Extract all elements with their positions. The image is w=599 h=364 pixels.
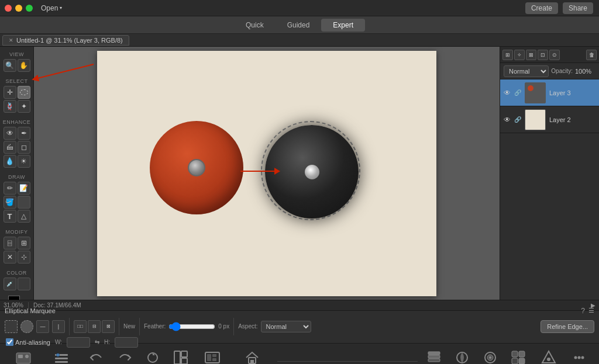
undo-button[interactable]: Undo: [82, 346, 111, 365]
home-screen-button[interactable]: Home Screen: [230, 346, 275, 365]
svg-point-24: [489, 356, 491, 359]
open-label: Open: [41, 4, 58, 12]
pencil-tool[interactable]: 📝: [18, 182, 30, 195]
tab-bar: ✕ Untitled-1 @ 31.1% (Layer 3, RGB/8): [0, 34, 599, 47]
width-label: W:: [55, 339, 62, 345]
text-tool[interactable]: T: [4, 210, 16, 223]
intersect-btn[interactable]: ⊠: [102, 320, 115, 333]
new-selection-btn[interactable]: [5, 320, 18, 333]
eraser-tool[interactable]: ◻: [18, 141, 30, 154]
antialiasing-checkbox[interactable]: [6, 338, 13, 346]
canvas-area: [34, 47, 500, 300]
close-button[interactable]: [5, 5, 12, 12]
enhance-tools-1: 👁 ✒: [4, 127, 30, 140]
subtract-from-btn[interactable]: ⊟: [88, 320, 101, 333]
color-picker-tool[interactable]: [18, 278, 30, 290]
layout-button[interactable]: Layout: [167, 346, 195, 365]
graphics-icon: [539, 348, 558, 365]
straighten-tool[interactable]: ✕: [4, 251, 16, 264]
layer-3-visibility-icon[interactable]: 👁: [504, 89, 511, 97]
create-button[interactable]: Create: [525, 2, 558, 14]
panel-icon-3[interactable]: ⊠: [526, 50, 536, 60]
nav-guided[interactable]: Guided: [276, 19, 322, 32]
tab-close-icon[interactable]: ✕: [9, 37, 13, 43]
blend-mode-select[interactable]: Normal: [504, 65, 549, 77]
foreground-background-colors[interactable]: [6, 293, 28, 300]
shape-tool[interactable]: △: [18, 210, 30, 223]
draw-tools-3: T △: [4, 210, 30, 223]
refine-edge-button[interactable]: Refine Edge...: [541, 320, 594, 333]
options-inner: Elliptical Marquee ? ☰ — | □□ ⊟ ⊠ New Fe…: [5, 307, 594, 348]
eyedropper-tool[interactable]: 💉: [4, 278, 16, 290]
foreground-color[interactable]: [8, 296, 20, 300]
resize-tool[interactable]: ⊹: [18, 251, 30, 264]
crop-tool[interactable]: ⌸: [4, 237, 16, 249]
help-button[interactable]: ?: [581, 307, 585, 315]
options-bar: Elliptical Marquee ? ☰ — | □□ ⊟ ⊠ New Fe…: [0, 310, 599, 343]
document-tab[interactable]: ✕ Untitled-1 @ 31.1% (Layer 3, RGB/8): [2, 35, 129, 46]
share-button[interactable]: Share: [563, 2, 593, 14]
panel-icon-5[interactable]: ⊙: [549, 50, 560, 60]
redo-button[interactable]: Redo: [111, 346, 139, 365]
aspect-select[interactable]: Normal Fixed Ratio Fixed Size: [261, 321, 311, 332]
layout-icon: [171, 348, 190, 365]
options-menu-icon[interactable]: ☰: [588, 307, 594, 314]
layer-2-item[interactable]: 👁 🔗 Layer 2: [500, 106, 599, 133]
paint-bucket-tool[interactable]: 🪣: [4, 196, 16, 209]
dodge-tool[interactable]: ☀: [18, 155, 30, 168]
brush-tool[interactable]: ✏: [4, 182, 16, 195]
panel-icon-1[interactable]: ⊞: [502, 50, 513, 60]
add-subtract-btns: □□ ⊟ ⊠: [74, 320, 115, 333]
graphics-button[interactable]: Graphics: [532, 346, 565, 365]
filters-button[interactable]: Filters: [476, 346, 504, 365]
open-menu-button[interactable]: Open ▾: [41, 4, 62, 12]
layer-2-visibility-icon[interactable]: 👁: [504, 116, 511, 124]
gradient-tool[interactable]: [18, 196, 30, 209]
effects-button[interactable]: Effects: [448, 346, 476, 365]
marquee-tool[interactable]: [18, 86, 30, 99]
layer-3-thumbnail: [525, 82, 546, 103]
opt-divider-2: [119, 318, 119, 335]
recompose-tool[interactable]: ⊞: [18, 237, 30, 249]
top-right-buttons: Create Share: [525, 2, 593, 14]
layer-3-lock-icon: 🔗: [514, 89, 521, 96]
opt-divider-1: [69, 318, 70, 335]
feather-slider[interactable]: [168, 320, 215, 333]
layer-3-item[interactable]: 👁 🔗 Layer 3: [500, 79, 599, 106]
magic-wand-tool[interactable]: ✦: [18, 100, 30, 113]
move-tool[interactable]: ✛: [4, 86, 16, 99]
minimize-button[interactable]: [15, 5, 22, 12]
lasso-tool[interactable]: 🪢: [4, 100, 16, 113]
nav-expert[interactable]: Expert: [321, 19, 365, 32]
panel-icon-4[interactable]: ⊡: [538, 50, 548, 60]
zoom-tool[interactable]: 🔍: [4, 59, 16, 72]
blur-tool[interactable]: 💧: [4, 155, 16, 168]
heal-tool[interactable]: ✒: [18, 127, 30, 140]
canvas[interactable]: [97, 51, 436, 296]
eye-tool[interactable]: 👁: [4, 127, 16, 140]
panel-toolbar: ⊞ ✧ ⊠ ⊡ ⊙ 🗑: [500, 47, 599, 63]
single-row-btn[interactable]: —: [36, 320, 49, 333]
enhance-tools-2: 🖮 ◻: [4, 141, 30, 154]
layers-button[interactable]: Layers: [420, 346, 448, 365]
panel-trash-icon[interactable]: 🗑: [586, 50, 597, 60]
more-button[interactable]: More: [565, 346, 593, 365]
rotate-button[interactable]: Rotate: [139, 346, 167, 365]
panel-icon-2[interactable]: ✧: [514, 50, 525, 60]
swap-wh-icon[interactable]: ⇆: [95, 339, 99, 345]
svg-rect-6: [55, 361, 68, 363]
styles-button[interactable]: Styles: [504, 346, 532, 365]
hand-tool[interactable]: ✋: [18, 59, 30, 72]
add-to-selection-btn[interactable]: □□: [74, 320, 87, 333]
clone-tool[interactable]: 🖮: [4, 141, 16, 154]
nav-quick[interactable]: Quick: [234, 19, 276, 32]
blend-mode-row: Normal Opacity: 100%: [500, 63, 599, 79]
height-label: H:: [104, 339, 110, 345]
single-col-btn[interactable]: |: [52, 320, 65, 333]
maximize-button[interactable]: [26, 5, 33, 12]
svg-point-33: [581, 356, 584, 359]
photo-bin-button[interactable]: Photo Bin: [6, 346, 40, 365]
elliptical-marquee-btn[interactable]: [20, 320, 33, 333]
tool-options-button[interactable]: Tool Options: [40, 346, 82, 365]
organizer-button[interactable]: Organizer: [195, 346, 230, 365]
